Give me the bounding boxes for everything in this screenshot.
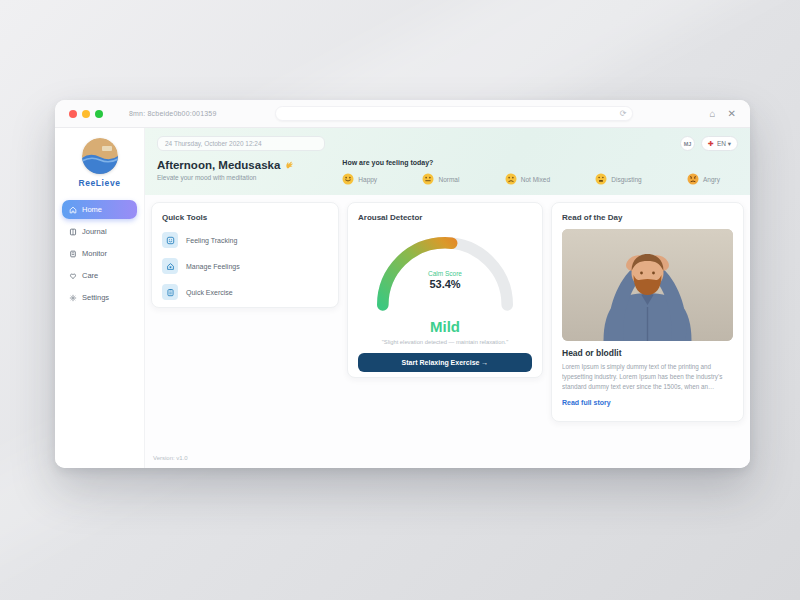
mood-question: How are you feeling today? bbox=[342, 159, 738, 166]
sidebar-item-label: Care bbox=[82, 271, 98, 280]
mood-option-angry[interactable]: Angry bbox=[687, 173, 720, 185]
sidebar-item-label: Home bbox=[82, 205, 102, 214]
sidebar-item-monitor[interactable]: Monitor bbox=[62, 244, 137, 263]
sidebar-item-settings[interactable]: Settings bbox=[62, 288, 137, 307]
journal-icon bbox=[69, 228, 77, 236]
mood-option-normal[interactable]: Normal bbox=[422, 173, 459, 185]
mood-label: Angry bbox=[703, 176, 720, 183]
minimize-window-button[interactable] bbox=[82, 110, 90, 118]
chrome-actions: ⌂ ✕ bbox=[710, 109, 736, 119]
arousal-note: "Slight elevation detected — maintain re… bbox=[358, 339, 532, 345]
close-tab-icon[interactable]: ✕ bbox=[728, 109, 736, 119]
greeting-text: Afternoon, Medusaska bbox=[157, 159, 280, 171]
url-bar[interactable]: ⟳ bbox=[275, 106, 633, 121]
logo-image bbox=[82, 138, 118, 174]
greeting-block: Afternoon, Medusaska Elevate your mood w… bbox=[157, 159, 294, 185]
sidebar-item-journal[interactable]: Journal bbox=[62, 222, 137, 241]
quick-tools-title: Quick Tools bbox=[162, 213, 328, 222]
quick-tool-label: Manage Feelings bbox=[186, 263, 240, 270]
version-label: Version: v1.0 bbox=[153, 455, 188, 461]
app-name: ReeLieve bbox=[78, 178, 120, 188]
sidebar-nav: Home Journal Monitor Care Settings bbox=[55, 200, 144, 310]
disgusted-face-icon bbox=[595, 173, 607, 185]
happy-face-icon bbox=[342, 173, 354, 185]
home-browser-icon[interactable]: ⌂ bbox=[710, 109, 716, 119]
stressed-man-photo bbox=[562, 229, 733, 341]
mood-section: How are you feeling today? Happy Normal bbox=[342, 159, 738, 185]
quick-tool-label: Feeling Tracking bbox=[186, 237, 237, 244]
language-label: EN ▾ bbox=[717, 140, 731, 148]
article-headline: Head or blodlit bbox=[562, 348, 733, 358]
mood-option-disgusting[interactable]: Disgusting bbox=[595, 173, 641, 185]
avatar[interactable]: MJ bbox=[680, 136, 695, 151]
gear-icon bbox=[69, 294, 77, 302]
arousal-status: Mild bbox=[358, 318, 532, 335]
manage-feelings-icon bbox=[162, 258, 178, 274]
browser-chrome: 8mn: 8cbeide0b00:001359 ⟳ ⌂ ✕ bbox=[55, 100, 750, 128]
maximize-window-button[interactable] bbox=[95, 110, 103, 118]
mood-option-happy[interactable]: Happy bbox=[342, 173, 377, 185]
read-of-day-title: Read of the Day bbox=[562, 213, 733, 222]
monitor-icon bbox=[69, 250, 77, 258]
arousal-title: Arousal Detector bbox=[358, 213, 532, 222]
calm-score-gauge: Calm Score 53.4% bbox=[365, 226, 525, 316]
close-window-button[interactable] bbox=[69, 110, 77, 118]
angry-face-icon bbox=[687, 173, 699, 185]
article-photo bbox=[562, 229, 733, 341]
sidebar-item-care[interactable]: Care bbox=[62, 266, 137, 285]
flag-icon: ✚ bbox=[708, 140, 714, 147]
mood-option-not-mixed[interactable]: Not Mixed bbox=[505, 173, 550, 185]
mood-label: Happy bbox=[358, 176, 377, 183]
quick-tool-manage-feelings[interactable]: Manage Feelings bbox=[162, 258, 328, 274]
arousal-detector-card: Arousal Detector bbox=[347, 202, 543, 378]
date-display: 24 Thursday, October 2020 12:24 bbox=[157, 136, 325, 151]
wave-hand-icon bbox=[284, 160, 294, 170]
main-footer: Version: v1.0 bbox=[145, 444, 750, 468]
neutral-face-icon bbox=[422, 173, 434, 185]
sidebar-item-label: Monitor bbox=[82, 249, 107, 258]
app-logo bbox=[82, 138, 118, 174]
sidebar-item-label: Settings bbox=[82, 293, 109, 302]
sad-face-icon bbox=[505, 173, 517, 185]
article-excerpt: Lorem Ipsum is simply dummy text of the … bbox=[562, 362, 733, 391]
tab-title: 8mn: 8cbeide0b00:001359 bbox=[129, 110, 217, 117]
mood-label: Not Mixed bbox=[521, 176, 550, 183]
feeling-tracking-icon bbox=[162, 232, 178, 248]
sidebar-item-home[interactable]: Home bbox=[62, 200, 137, 219]
main-area: 24 Thursday, October 2020 12:24 MJ ✚ EN … bbox=[145, 128, 750, 468]
language-selector[interactable]: ✚ EN ▾ bbox=[701, 136, 738, 151]
calm-score-label: Calm Score bbox=[365, 270, 525, 277]
quick-tool-label: Quick Exercise bbox=[186, 289, 233, 296]
window-controls bbox=[69, 110, 103, 118]
sidebar: ReeLieve Home Journal Monitor Care bbox=[55, 128, 145, 468]
mood-label: Disgusting bbox=[611, 176, 641, 183]
quick-exercise-icon bbox=[162, 284, 178, 300]
mood-label: Normal bbox=[438, 176, 459, 183]
quick-tool-quick-exercise[interactable]: Quick Exercise bbox=[162, 284, 328, 300]
sidebar-item-label: Journal bbox=[82, 227, 107, 236]
read-of-day-card: Read of the Day bbox=[551, 202, 744, 422]
reload-icon[interactable]: ⟳ bbox=[620, 110, 627, 118]
home-icon bbox=[69, 206, 77, 214]
greeting-subtitle: Elevate your mood with meditation bbox=[157, 174, 294, 181]
start-relaxing-exercise-button[interactable]: Start Relaxing Exercise → bbox=[358, 353, 532, 372]
heart-icon bbox=[69, 272, 77, 280]
dashboard-content: Quick Tools Feeling Tracking Manage Feel… bbox=[145, 195, 750, 444]
quick-tool-feeling-tracking[interactable]: Feeling Tracking bbox=[162, 232, 328, 248]
quick-tools-card: Quick Tools Feeling Tracking Manage Feel… bbox=[151, 202, 339, 308]
browser-window: 8mn: 8cbeide0b00:001359 ⟳ ⌂ ✕ ReeLieve bbox=[55, 100, 750, 468]
read-full-story-link[interactable]: Read full story bbox=[562, 399, 611, 406]
calm-score-value: 53.4% bbox=[365, 278, 525, 290]
page-header: 24 Thursday, October 2020 12:24 MJ ✚ EN … bbox=[145, 128, 750, 195]
